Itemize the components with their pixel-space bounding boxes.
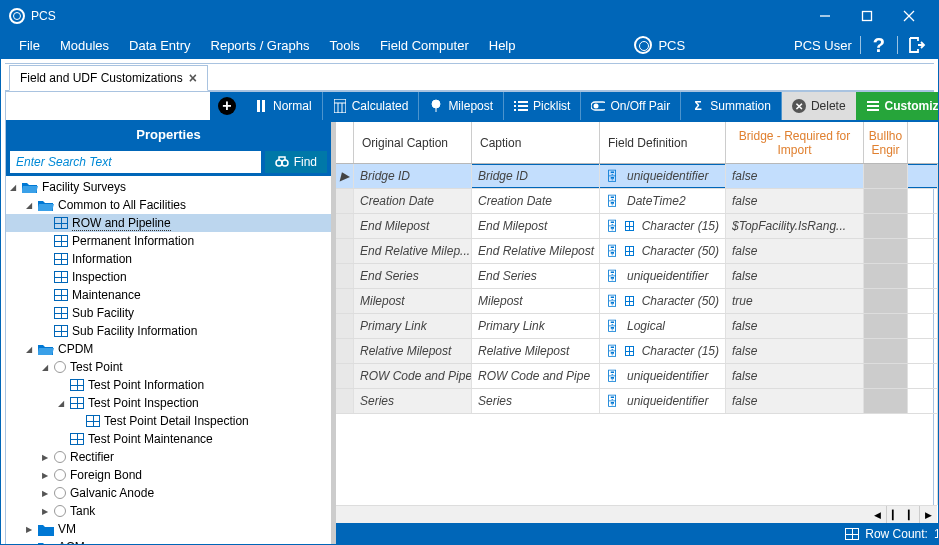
app-title: PCS (31, 9, 804, 23)
customize-button[interactable]: Customize (856, 92, 939, 120)
col-bridge[interactable]: Bridge - Required for Import (726, 122, 864, 163)
menu-file[interactable]: File (9, 31, 50, 59)
svg-rect-5 (262, 100, 265, 112)
svg-point-17 (594, 104, 599, 109)
row-count-label: Row Count: (865, 527, 928, 541)
tree-facility-surveys[interactable]: Facility Surveys (6, 178, 331, 196)
tree-tp-detail[interactable]: Test Point Detail Inspection (6, 412, 331, 430)
grid-icon (845, 528, 859, 540)
search-input[interactable] (10, 151, 261, 173)
col-bullho[interactable]: Bullho Engir (864, 122, 908, 163)
delete-icon: ✕ (792, 99, 806, 113)
table-row[interactable]: End MilepostEnd Milepost🗄Character (15)$… (336, 214, 939, 239)
tree-sub-facility[interactable]: Sub Facility (6, 304, 331, 322)
grid-icon (54, 217, 68, 229)
plus-icon: + (218, 97, 236, 115)
tree-rectifier[interactable]: Rectifier (6, 448, 331, 466)
grid-icon (54, 235, 68, 247)
onoff-button[interactable]: On/Off Pair (581, 92, 681, 120)
menu-data-entry[interactable]: Data Entry (119, 31, 200, 59)
table-row[interactable]: Creation DateCreation Date🗄DateTime2fals… (336, 189, 939, 214)
normal-icon (254, 99, 268, 113)
tree-information[interactable]: Information (6, 250, 331, 268)
tree-common[interactable]: Common to All Facilities (6, 196, 331, 214)
menu-help[interactable]: Help (479, 31, 526, 59)
properties-header: Properties (6, 122, 331, 148)
table-row[interactable]: ROW Code and PipeROW Code and Pipe🗄uniqu… (336, 364, 939, 389)
grid-icon (54, 325, 68, 337)
separator (860, 36, 861, 54)
menu-reports[interactable]: Reports / Graphs (201, 31, 320, 59)
tree-row-pipeline[interactable]: ROW and Pipeline (6, 214, 331, 232)
calculated-button[interactable]: Calculated (323, 92, 420, 120)
menu-tools[interactable]: Tools (320, 31, 370, 59)
tree-tp-info[interactable]: Test Point Information (6, 376, 331, 394)
tree-maintenance[interactable]: Maintenance (6, 286, 331, 304)
table-row[interactable]: End Relative Milep...End Relative Milepo… (336, 239, 939, 264)
tree-tp-maintenance[interactable]: Test Point Maintenance (6, 430, 331, 448)
help-icon[interactable]: ? (869, 34, 889, 57)
table-row[interactable]: End SeriesEnd Series🗄uniqueidentifierfal… (336, 264, 939, 289)
list-icon (866, 99, 880, 113)
tree-foreign-bond[interactable]: Foreign Bond (6, 466, 331, 484)
table-row[interactable]: MilepostMilepost🗄Character (50)true (336, 289, 939, 314)
properties-panel: Properties Find Facility Surveys Common … (6, 122, 336, 545)
menu-modules[interactable]: Modules (50, 31, 119, 59)
folder-icon (38, 523, 54, 536)
toolbar: + Normal Calculated Milepost Picklist On… (6, 92, 939, 122)
tree-tp-inspection[interactable]: Test Point Inspection (6, 394, 331, 412)
database-icon: 🗄 (606, 169, 619, 184)
list-icon (514, 99, 528, 113)
tree-test-point[interactable]: Test Point (6, 358, 331, 376)
delete-button[interactable]: ✕Delete (782, 92, 856, 120)
pcs-ring-icon (634, 36, 652, 54)
tab-close-icon[interactable]: × (189, 70, 197, 86)
grid-icon (54, 271, 68, 283)
circle-icon (54, 487, 66, 499)
grid-icon (54, 289, 68, 301)
picklist-button[interactable]: Picklist (504, 92, 581, 120)
table-row[interactable]: ▶Bridge IDBridge ID🗄uniqueidentifierfals… (336, 164, 939, 189)
exit-icon[interactable] (906, 35, 926, 55)
table-row[interactable]: Primary LinkPrimary Link🗄Logicalfalse (336, 314, 939, 339)
grid-icon (70, 379, 84, 391)
table-row[interactable]: Relative MilepostRelative Milepost🗄Chara… (336, 339, 939, 364)
col-field-def[interactable]: Field Definition (600, 122, 726, 163)
horizontal-scrollbar[interactable]: ◀▎ ▎▶ (336, 505, 937, 523)
database-icon: 🗄 (606, 194, 619, 209)
find-button[interactable]: Find (265, 151, 327, 173)
calculator-icon (333, 99, 347, 113)
svg-point-21 (276, 160, 282, 166)
tab-strip: Field and UDF Customizations × (5, 63, 934, 91)
svg-point-22 (282, 160, 288, 166)
tree-inspection[interactable]: Inspection (6, 268, 331, 286)
tree-acm[interactable]: ACM (6, 538, 331, 545)
close-button[interactable] (888, 1, 930, 31)
summation-button[interactable]: ΣSummation (681, 92, 782, 120)
tab-label: Field and UDF Customizations (20, 71, 183, 85)
menu-field-computer[interactable]: Field Computer (370, 31, 479, 59)
maximize-button[interactable] (846, 1, 888, 31)
tree-vm[interactable]: VM (6, 520, 331, 538)
tree-tank[interactable]: Tank (6, 502, 331, 520)
binoculars-icon (275, 155, 289, 170)
minimize-button[interactable] (804, 1, 846, 31)
folder-open-icon (22, 181, 38, 194)
normal-button[interactable]: Normal (244, 92, 323, 120)
tree-cpdm[interactable]: CPDM (6, 340, 331, 358)
tree-galvanic-anode[interactable]: Galvanic Anode (6, 484, 331, 502)
toggle-icon (591, 99, 605, 113)
tab-field-udf[interactable]: Field and UDF Customizations × (9, 65, 208, 91)
col-caption[interactable]: Caption (472, 122, 600, 163)
pcs-link-label: PCS (658, 38, 685, 53)
milepost-button[interactable]: Milepost (419, 92, 504, 120)
tree-permanent-info[interactable]: Permanent Information (6, 232, 331, 250)
grid-body[interactable]: ▶Bridge IDBridge ID🗄uniqueidentifierfals… (336, 164, 939, 505)
table-row[interactable]: SeriesSeries🗄uniqueidentifierfalse (336, 389, 939, 414)
tree-sub-facility-info[interactable]: Sub Facility Information (6, 322, 331, 340)
database-icon: 🗄 (606, 319, 619, 334)
tree[interactable]: Facility Surveys Common to All Facilitie… (6, 176, 331, 545)
pcs-link[interactable]: PCS (624, 36, 695, 54)
col-original-caption[interactable]: Original Caption (354, 122, 472, 163)
add-button[interactable]: + (210, 92, 244, 120)
